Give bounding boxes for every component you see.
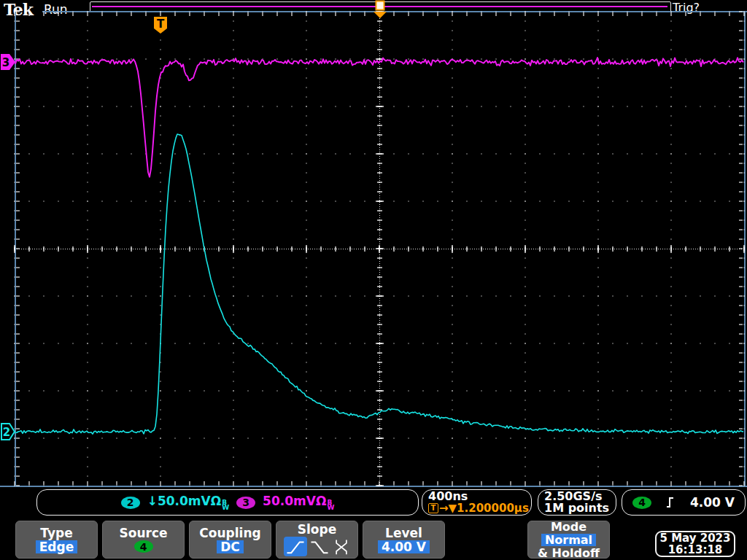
slope-label: Slope [298,523,336,536]
frame-left [15,12,16,486]
ch2-badge[interactable]: 2 [121,497,140,509]
slope-rising-selected[interactable] [284,537,307,556]
ch3-preview-line [92,6,667,7]
mode-label: Mode [551,521,587,533]
trigger-status-text: Trig? [673,1,700,15]
tek-logo: Tek [4,0,33,19]
graticule [14,11,744,486]
trigger-t-icon: T [428,503,438,513]
acquisition-readout-box: 2.50GS/s 1M points [538,489,616,516]
ch3-trace [15,58,743,177]
menu-type-button[interactable]: Type Edge [15,521,98,559]
delay-readout: T→▼1.200000µs [428,502,529,514]
trigger-source-badge: 4 [632,497,651,509]
trigger-level-readout: 4.00 V [690,495,735,510]
trigger-readout-box: 4 4.00 V [622,489,746,516]
ch2-trace [15,134,743,434]
timebase-readout: 400ns [428,491,468,502]
menu-level-button[interactable]: Level 4.00 V [363,521,445,559]
level-value: 4.00 V [378,540,430,553]
trigger-position-arrow-icon[interactable] [374,12,387,18]
record-length-readout: 1M points [544,502,609,514]
coupling-label: Coupling [199,526,260,540]
trigger-time-marker-icon[interactable] [154,17,167,34]
ch2-position-label: 2 [3,426,10,439]
date-text: 5 May 2023 [660,532,731,544]
falling-slope-icon[interactable] [309,538,330,556]
either-slope-icon[interactable] [332,538,351,556]
ch3-position-marker[interactable] [1,54,15,70]
mode-value2: & Holdoff [538,547,600,559]
waveform-traces [15,58,743,434]
datetime-box: 5 May 2023 16:13:18 [655,531,735,557]
menu-coupling-button[interactable]: Coupling DC [189,521,271,559]
acquisition-bar [90,1,671,12]
type-value: Edge [36,540,77,553]
horizontal-readout-box: 400ns T→▼1.200000µs [422,489,532,516]
ch2-scale-readout: ↓50.0mVΩBW [147,494,229,511]
menu-slope-button[interactable]: Slope [276,521,358,559]
coupling-value: DC [217,540,244,553]
frame-bottom [0,486,747,487]
type-label: Type [40,526,72,540]
ch2-position-marker[interactable] [1,424,15,440]
oscilloscope-screen: Tek Run Trig? T 3 2 2 ↓50.0mVΩBW 3 50.0m… [0,0,747,560]
rising-edge-icon [665,496,676,509]
ch3-badge[interactable]: 3 [236,497,255,509]
source-value-badge: 4 [134,540,153,553]
waveform-display: T 3 2 [0,0,747,560]
trigger-time-marker-label: T [157,18,165,31]
channel-readout-box: 2 ↓50.0mVΩBW 3 50.0mVΩBW [36,489,419,516]
ch3-position-label: 3 [2,56,9,69]
source-label: Source [119,526,167,540]
ch3-scale-readout: 50.0mVΩBW [263,494,334,511]
mode-value: Normal [541,534,596,546]
menu-source-button[interactable]: Source 4 [102,521,185,559]
frame-right [744,12,746,486]
rising-slope-icon [285,538,306,556]
menu-mode-button[interactable]: Mode Normal & Holdoff [527,521,610,559]
level-label: Level [385,526,422,540]
run-status: Run [44,2,68,17]
time-text: 16:13:18 [668,544,723,556]
